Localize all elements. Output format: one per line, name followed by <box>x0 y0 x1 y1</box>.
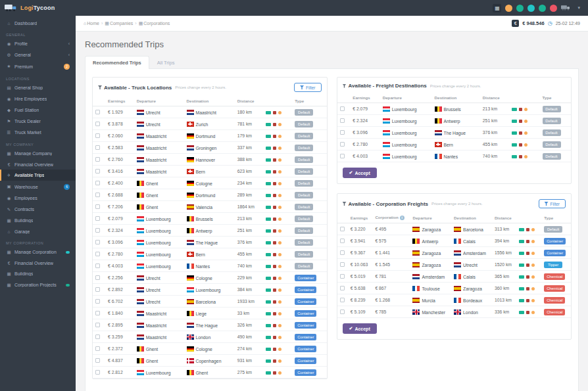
table-row[interactable]: € 3.096LuxembourgThe Hague376 kmDefault <box>93 237 327 248</box>
table-row[interactable]: € 2.324LuxembourgAntwerp251 kmDefault <box>93 225 327 237</box>
sidebar-item-garage[interactable]: ⌂Garage <box>0 226 76 237</box>
table-row[interactable]: € 10.063€ 1.545ZaragozaUtrecht1520 kmTip… <box>337 259 572 271</box>
row-checkbox[interactable] <box>340 227 345 231</box>
table-row[interactable]: € 2.812LuxembourgGhent275 kmContainer <box>93 367 327 379</box>
tab-all-trips[interactable]: All Trips <box>149 56 183 69</box>
sidebar-item-premium[interactable]: ★Premium2 <box>0 60 76 72</box>
row-checkbox[interactable] <box>95 358 100 363</box>
row-checkbox[interactable] <box>340 106 345 111</box>
row-checkbox[interactable] <box>340 154 345 158</box>
sidebar-item-corporation-projects[interactable]: ▦Corporation Projects <box>0 279 76 290</box>
row-checkbox[interactable] <box>95 275 100 280</box>
table-row[interactable]: € 3.878UtrechtZurich781 kmDefault <box>93 118 327 130</box>
vehicle-icon[interactable] <box>561 5 571 11</box>
table-row[interactable]: € 5.109€ 785ManchesterLondon336 kmChemic… <box>337 306 572 318</box>
sidebar-item-buildings[interactable]: ▦Buildings <box>0 268 76 279</box>
table-row[interactable]: € 2.780LuxembourgBern455 kmDefault <box>93 248 327 260</box>
table-row[interactable]: € 3.941€ 575AntwerpCalais394 kmContainer <box>337 235 572 247</box>
row-checkbox[interactable] <box>95 346 100 351</box>
accept-button[interactable]: ✔ Accept <box>343 323 377 334</box>
row-checkbox[interactable] <box>95 157 100 162</box>
row-checkbox[interactable] <box>340 310 345 314</box>
row-checkbox[interactable] <box>95 252 100 256</box>
chevron-down-icon[interactable]: ▾ <box>577 5 580 11</box>
table-row[interactable]: € 2.324LuxembourgAntwerp251 kmDefault <box>337 115 572 127</box>
table-row[interactable]: € 8.239€ 1.268MurciaBordeaux1013 kmChemi… <box>337 294 572 306</box>
sidebar-item-general[interactable]: ⚙General‹ <box>0 49 76 60</box>
table-row[interactable]: € 2.060MaastrichtDortmund179 kmDefault <box>93 130 327 142</box>
row-checkbox[interactable] <box>340 239 345 243</box>
sidebar-item-available-trips[interactable]: ✈Available Trips <box>0 170 76 181</box>
table-row[interactable]: € 1.840MaastrichtLiege33 kmContainer <box>93 308 327 319</box>
table-row[interactable]: € 2.079LuxembourgBrussels213 kmDefault <box>337 103 572 115</box>
row-checkbox[interactable] <box>340 286 345 290</box>
sidebar-item-warehouse[interactable]: ▣Warehouse6 <box>0 181 76 193</box>
sidebar-item-manage-company[interactable]: ▦Manage Company <box>0 148 76 159</box>
apps-icon[interactable]: ▦ <box>493 4 501 12</box>
table-row[interactable]: € 5.638€ 867ToulouseZaragoza360 kmChemic… <box>337 283 572 294</box>
table-row[interactable]: € 2.760MaastrichtHannover388 kmDefault <box>93 154 327 166</box>
table-row[interactable]: € 4.003LuxembourgNantes740 kmDefault <box>93 260 327 272</box>
notification-green-icon[interactable] <box>516 5 524 12</box>
row-checkbox[interactable] <box>95 193 100 197</box>
row-checkbox[interactable] <box>340 274 345 279</box>
table-row[interactable]: € 2.400GhentCologne234 kmDefault <box>93 177 327 189</box>
sidebar-item-employees[interactable]: ◉Employees <box>0 193 76 204</box>
sidebar-item-contracts[interactable]: ✎Contracts <box>0 204 76 215</box>
table-row[interactable]: € 7.206GhentValencia1864 kmDefault <box>93 201 327 213</box>
notification-teal-icon[interactable] <box>527 5 535 12</box>
row-checkbox[interactable] <box>95 264 100 268</box>
table-row[interactable]: € 4.837GhentCopenhagen931 kmContainer <box>93 355 327 367</box>
sidebar-item-dashboard[interactable]: ⌂Dashboard <box>0 18 76 28</box>
accept-button[interactable]: ✔ Accept <box>343 168 377 178</box>
table-row[interactable]: € 1.929UtrechtMaastricht180 kmDefault <box>93 106 327 118</box>
row-checkbox[interactable] <box>95 299 100 304</box>
row-checkbox[interactable] <box>95 311 100 315</box>
row-checkbox[interactable] <box>340 250 345 255</box>
table-row[interactable]: € 3.096LuxembourgThe Hague376 kmDefault <box>337 127 572 139</box>
table-row[interactable]: € 6.702UtrechtBarcelona1933 kmContainer <box>93 296 327 308</box>
sidebar-item-truck-dealer[interactable]: ⚑Truck Dealer <box>0 116 76 127</box>
table-row[interactable]: € 9.367€ 1.441ZaragozaAmsterdam1556 kmCo… <box>337 247 572 259</box>
row-checkbox[interactable] <box>95 181 100 185</box>
table-row[interactable]: € 2.372GhentCologne274 kmContainer <box>93 343 327 355</box>
table-row[interactable]: € 2.780LuxembourgBern455 kmDefault <box>337 139 572 150</box>
notification-green2-icon[interactable] <box>539 5 546 12</box>
notification-red-icon[interactable] <box>550 5 557 12</box>
app-logo[interactable]: LogiTycoon <box>0 4 76 12</box>
breadcrumb-item[interactable]: ▦Corporations <box>139 21 170 26</box>
filter-button[interactable]: Filter <box>294 83 321 92</box>
sidebar-item-profile[interactable]: ◉Profile‹ <box>0 38 76 49</box>
row-checkbox[interactable] <box>95 145 100 150</box>
row-checkbox[interactable] <box>95 240 100 244</box>
table-row[interactable]: € 2.688GhentDortmund289 kmDefault <box>93 189 327 201</box>
tab-recommended-trips[interactable]: Recommended Trips <box>85 56 149 69</box>
table-row[interactable]: € 2.892UtrechtLuxembourg384 kmContainer <box>93 284 327 296</box>
filter-button[interactable]: Filter <box>539 199 566 208</box>
row-checkbox[interactable] <box>95 204 100 209</box>
notification-orange-icon[interactable] <box>505 5 512 12</box>
table-row[interactable]: € 3.416MaastrichtBern623 kmDefault <box>93 166 327 177</box>
row-checkbox[interactable] <box>95 323 100 327</box>
sidebar-item-buildings[interactable]: ▦Buildings <box>0 215 76 226</box>
breadcrumb-item[interactable]: ⌂Home <box>84 21 99 26</box>
sidebar-item-hire-employees[interactable]: ◉Hire Employees <box>0 93 76 104</box>
row-checkbox[interactable] <box>95 133 100 138</box>
table-row[interactable]: € 2.583MaastrichtGroningen337 kmDefault <box>93 142 327 154</box>
sidebar-item-financial-overview[interactable]: €Financial Overview <box>0 258 76 268</box>
row-checkbox[interactable] <box>95 228 100 233</box>
table-row[interactable]: € 2.079LuxembourgBrussels213 kmDefault <box>93 213 327 225</box>
row-checkbox[interactable] <box>95 334 100 339</box>
table-row[interactable]: € 3.220€ 495ZaragozaBarcelona313 kmDefau… <box>337 223 572 235</box>
row-checkbox[interactable] <box>95 122 100 126</box>
row-checkbox[interactable] <box>340 118 345 123</box>
table-row[interactable]: € 5.019€ 781AmsterdamCalais365 kmChemica… <box>337 271 572 283</box>
row-checkbox[interactable] <box>95 110 100 114</box>
sidebar-item-manage-corporation[interactable]: ▦Manage Corporation <box>0 246 76 258</box>
info-icon[interactable]: i <box>400 216 404 220</box>
row-checkbox[interactable] <box>95 169 100 173</box>
row-checkbox[interactable] <box>95 370 100 375</box>
sidebar-item-truck-market[interactable]: ☰Truck Market <box>0 127 76 138</box>
table-row[interactable]: € 2.256UtrechtCologne229 kmContainer <box>93 272 327 284</box>
table-row[interactable]: € 2.895MaastrichtThe Hague326 kmContaine… <box>93 319 327 331</box>
